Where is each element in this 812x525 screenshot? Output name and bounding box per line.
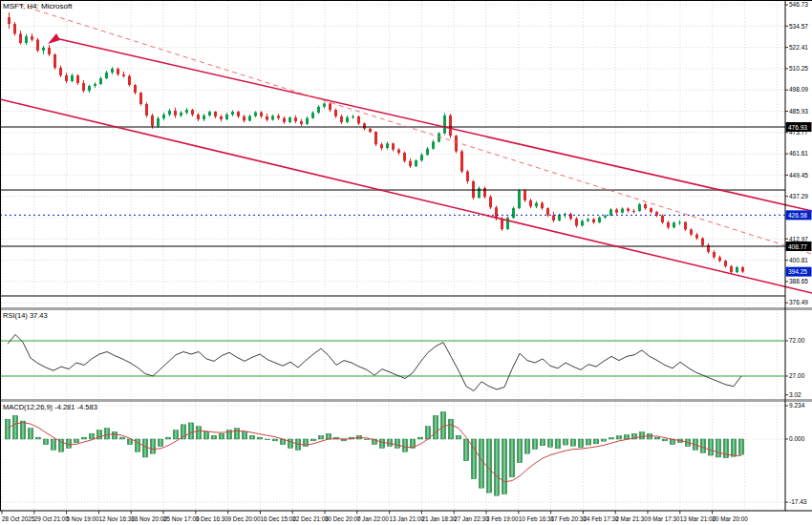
candle-body bbox=[25, 36, 28, 43]
macd-histogram-bar bbox=[663, 439, 668, 441]
macd-histogram-bar bbox=[487, 439, 492, 493]
macd-histogram-bar bbox=[212, 435, 217, 439]
macd-histogram-bar bbox=[90, 433, 95, 439]
macd-histogram-bar bbox=[724, 439, 729, 458]
macd-histogram-bar bbox=[655, 437, 660, 439]
candle-body bbox=[311, 113, 314, 118]
bid-price-box-label: 394.25 bbox=[788, 268, 807, 275]
axis-label: 376.49 bbox=[789, 299, 808, 305]
time-label: 10 Feb 16:30 bbox=[519, 515, 555, 522]
candle-body bbox=[449, 116, 452, 136]
candle-body bbox=[501, 219, 503, 229]
candle-body bbox=[483, 188, 486, 197]
time-label: 9 Dec 20:00 bbox=[228, 515, 261, 522]
candle-body bbox=[185, 110, 188, 113]
macd-histogram-bar bbox=[449, 419, 454, 439]
macd-histogram-bar bbox=[709, 439, 714, 455]
hline-objects[interactable] bbox=[0, 127, 785, 296]
axis-label: 534.57 bbox=[789, 23, 808, 30]
axis-label: 546.73 bbox=[789, 1, 808, 8]
macd-histogram-bar bbox=[36, 437, 41, 439]
candle-body bbox=[99, 78, 102, 84]
candle-body bbox=[191, 110, 194, 115]
macd-histogram-bar bbox=[159, 439, 163, 447]
time-label: 18 Nov 20:00 bbox=[131, 515, 167, 522]
axis-label: 27.00 bbox=[789, 372, 805, 379]
trendline-upper[interactable] bbox=[55, 38, 812, 211]
candle-body bbox=[111, 69, 114, 73]
time-label: 27 Jan 22:30 bbox=[454, 515, 489, 522]
macd-histogram-bar bbox=[418, 437, 423, 439]
axis-label: 3.02 bbox=[789, 391, 801, 398]
candle-body bbox=[36, 40, 39, 51]
candle-body bbox=[139, 93, 142, 104]
candle-body bbox=[128, 76, 131, 85]
time-label: 2 Mar 21:30 bbox=[615, 515, 648, 522]
macd-histogram-bar bbox=[365, 439, 370, 440]
candle-body bbox=[598, 218, 601, 222]
macd-histogram-bar bbox=[105, 429, 110, 439]
time-label: 24 Feb 17:30 bbox=[583, 515, 619, 522]
macd-histogram-bar bbox=[434, 415, 438, 439]
time-label: 29 Oct 21:00 bbox=[34, 515, 70, 522]
macd-histogram-bar bbox=[189, 423, 194, 439]
candle-body bbox=[31, 36, 33, 39]
candle-body bbox=[151, 116, 154, 126]
candle-body bbox=[592, 220, 595, 222]
time-label: 9 Mar 17:30 bbox=[648, 515, 680, 522]
candle-body bbox=[518, 191, 521, 208]
trend-arrow[interactable] bbox=[48, 33, 60, 44]
candle-body bbox=[340, 116, 343, 122]
time-axis[interactable]: 28 Oct 202529 Oct 21:005 Nov 19:0012 Nov… bbox=[2, 511, 748, 522]
axis-label: 510.25 bbox=[789, 65, 808, 72]
candle-body bbox=[168, 111, 171, 115]
axis-label: 522.41 bbox=[789, 44, 808, 51]
candle-body bbox=[650, 208, 652, 212]
candle-body bbox=[615, 209, 618, 212]
panel-separator[interactable] bbox=[0, 307, 812, 310]
candle-body bbox=[82, 83, 85, 91]
chart-border bbox=[0, 1, 812, 512]
candle-body bbox=[220, 116, 223, 119]
macd-histogram-bar bbox=[266, 439, 270, 440]
panel-separators[interactable] bbox=[0, 307, 812, 402]
candle-body bbox=[134, 85, 137, 93]
macd-histogram-bar bbox=[480, 439, 484, 488]
candle-body bbox=[208, 112, 211, 116]
trendline-median-dashed[interactable] bbox=[19, 5, 812, 254]
candle-body bbox=[541, 203, 544, 209]
macd-histogram-bar bbox=[6, 419, 11, 439]
macd-histogram-bar bbox=[609, 437, 614, 439]
trend-channel[interactable] bbox=[0, 5, 812, 293]
macd-histogram-bar bbox=[166, 437, 171, 439]
macd-histogram-bar bbox=[510, 439, 515, 477]
candle-body bbox=[587, 220, 589, 221]
macd-histogram-bar bbox=[495, 439, 500, 495]
axis-label: 388.65 bbox=[789, 278, 808, 284]
candle-body bbox=[661, 216, 664, 222]
candle-body bbox=[65, 75, 68, 81]
rsi-panel bbox=[1, 334, 784, 390]
candle-body bbox=[730, 266, 733, 272]
candle-body bbox=[71, 75, 74, 81]
candle-body bbox=[19, 33, 22, 43]
candle-body bbox=[443, 116, 446, 134]
candle-body bbox=[638, 204, 641, 211]
macd-histogram-bar bbox=[75, 439, 79, 443]
macd-histogram-bar bbox=[518, 439, 523, 463]
candle-body bbox=[300, 121, 303, 124]
macd-histogram-bar bbox=[235, 429, 240, 439]
candle-body bbox=[690, 229, 693, 234]
time-label: 28 Oct 2025 bbox=[2, 515, 35, 522]
axis-label: 449.45 bbox=[789, 172, 808, 178]
candle-body bbox=[524, 191, 526, 200]
chart-border bbox=[1, 1, 786, 512]
price-axis[interactable]: 546.73534.57522.41510.25498.09485.93473.… bbox=[785, 1, 812, 505]
candle-body bbox=[460, 152, 463, 172]
candle-body bbox=[632, 211, 635, 212]
macd-panel bbox=[6, 412, 744, 496]
candle-body bbox=[94, 84, 96, 86]
axis-label: 498.09 bbox=[789, 86, 808, 93]
panel-separator[interactable] bbox=[0, 399, 812, 402]
candle-body bbox=[569, 214, 572, 219]
